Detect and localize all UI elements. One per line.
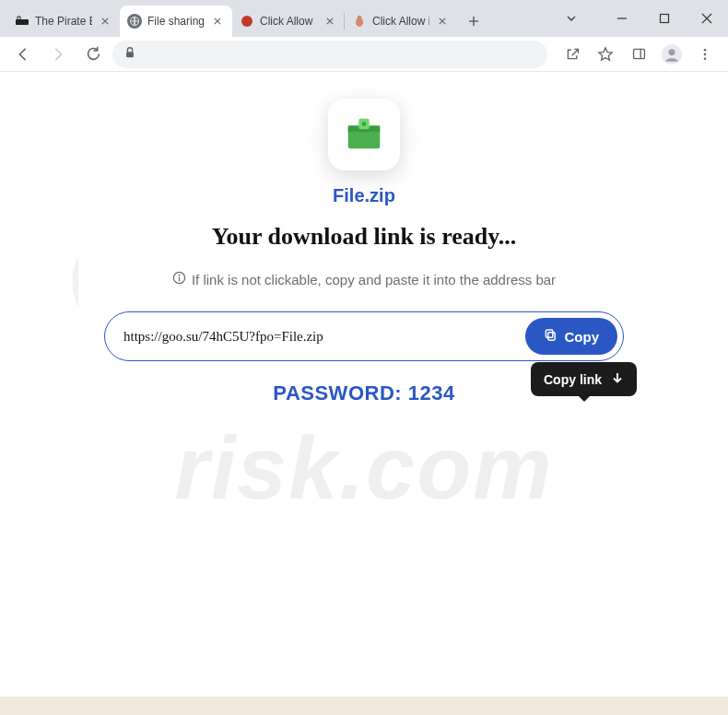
download-card: File.zip Your download link is ready... … [78, 123, 650, 433]
close-icon[interactable] [98, 14, 112, 29]
side-panel-icon[interactable] [623, 39, 654, 70]
kebab-menu-icon[interactable] [689, 39, 721, 70]
headline: Your download link is ready... [104, 223, 624, 251]
maximize-button[interactable] [643, 0, 686, 37]
bookmark-star-icon[interactable] [590, 39, 621, 70]
tab-click-allow[interactable]: Click Allow [232, 6, 345, 37]
svg-point-10 [668, 49, 675, 55]
close-icon[interactable] [323, 14, 337, 29]
link-box: https://goo.su/74hC5U?fpo=File.zip Copy [104, 311, 624, 361]
reload-button[interactable] [77, 39, 109, 70]
address-bar[interactable] [112, 41, 547, 68]
tab-file-sharing[interactable]: File sharing se [120, 6, 232, 37]
copy-button[interactable]: Copy [525, 318, 618, 355]
copy-icon [544, 328, 558, 345]
forward-button[interactable] [42, 39, 74, 70]
svg-rect-7 [633, 49, 644, 58]
svg-rect-28 [546, 330, 553, 337]
tabs-dropdown-icon[interactable] [553, 0, 590, 37]
svg-rect-26 [179, 277, 180, 282]
svg-point-13 [704, 57, 707, 60]
svg-rect-5 [661, 15, 669, 23]
lock-icon [123, 46, 136, 63]
svg-point-2 [241, 16, 252, 27]
bug-favicon [352, 14, 367, 29]
svg-point-12 [704, 53, 707, 55]
download-url[interactable]: https://goo.su/74hC5U?fpo=File.zip [123, 329, 516, 345]
svg-rect-6 [126, 52, 134, 57]
close-icon[interactable] [435, 14, 450, 29]
hint-text: If link is not clickable, copy and paste… [104, 271, 624, 287]
tab-strip: The Pirate Bay File sharing se Click All… [7, 6, 487, 37]
minimize-button[interactable] [601, 0, 643, 37]
tab-title: The Pirate Bay [35, 15, 92, 28]
profile-avatar[interactable] [656, 39, 687, 70]
tab-title: Click Allow if y [372, 15, 429, 28]
page-content: //C risk.com File.zip Your download link… [0, 72, 728, 697]
close-window-button[interactable] [686, 0, 728, 37]
footer-bar [0, 697, 728, 715]
tab-title: Click Allow [260, 15, 317, 28]
svg-rect-27 [547, 333, 555, 340]
red-dot-favicon [240, 14, 254, 29]
archive-file-icon [328, 99, 400, 170]
svg-rect-23 [362, 123, 366, 126]
svg-rect-0 [16, 19, 29, 25]
tab-click-allow-if[interactable]: Click Allow if y [345, 6, 457, 37]
new-tab-button[interactable] [461, 8, 487, 34]
tab-pirate-bay[interactable]: The Pirate Bay [7, 6, 120, 37]
globe-favicon [127, 14, 142, 29]
hint-label: If link is not clickable, copy and paste… [192, 272, 556, 287]
window-controls [601, 0, 728, 37]
share-icon[interactable] [557, 39, 588, 70]
close-icon[interactable] [210, 14, 225, 29]
info-icon [172, 271, 186, 287]
browser-toolbar [0, 37, 728, 72]
password-label: PASSWORD: 1234 [104, 381, 624, 405]
back-button[interactable] [7, 39, 39, 70]
svg-point-4 [358, 16, 362, 20]
copy-label: Copy [565, 329, 600, 345]
browser-titlebar: The Pirate Bay File sharing se Click All… [0, 0, 728, 37]
pirate-favicon [15, 14, 29, 29]
file-name: File.zip [104, 185, 624, 206]
tab-title: File sharing se [147, 15, 205, 28]
svg-point-25 [178, 275, 180, 276]
svg-point-11 [704, 48, 707, 51]
